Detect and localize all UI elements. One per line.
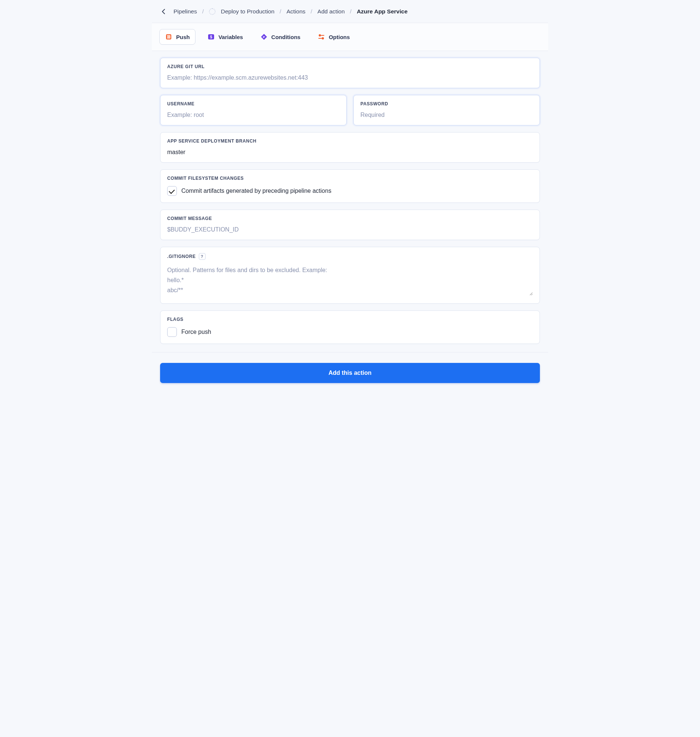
breadcrumb-item-actions[interactable]: Actions [286, 8, 305, 15]
field-username: USERNAME [160, 95, 347, 125]
breadcrumb-item-add-action[interactable]: Add action [318, 8, 345, 15]
tab-label: Push [176, 34, 190, 40]
commit-message-input[interactable] [167, 226, 533, 233]
tab-options[interactable]: Options [312, 29, 355, 44]
breadcrumb-item-deploy[interactable]: Deploy to Production [221, 8, 274, 15]
spinner-icon [209, 8, 216, 15]
svg-point-9 [322, 37, 324, 40]
breadcrumb-separator: / [310, 8, 312, 15]
breadcrumb-separator: / [350, 8, 351, 15]
help-icon[interactable]: ? [199, 253, 206, 260]
breadcrumb: Pipelines / Deploy to Production / Actio… [152, 0, 548, 23]
variables-icon: $ [207, 33, 215, 41]
password-input[interactable] [360, 112, 533, 118]
breadcrumb-separator: / [202, 8, 204, 15]
chevron-left-icon [162, 9, 166, 14]
field-label: COMMIT MESSAGE [167, 216, 533, 221]
footer: Add this action [152, 352, 548, 394]
add-action-button[interactable]: Add this action [160, 363, 540, 383]
checkbox-label: Force push [181, 329, 211, 335]
options-icon [318, 33, 325, 41]
breadcrumb-item-pipelines[interactable]: Pipelines [174, 8, 197, 15]
force-push-checkbox[interactable] [167, 327, 177, 337]
svg-rect-10 [318, 38, 322, 39]
form: AZURE GIT URL USERNAME PASSWORD APP SERV… [152, 51, 548, 352]
tabs: Push $ Variables IF Conditions [152, 23, 548, 51]
commit-fs-checkbox[interactable] [167, 186, 177, 196]
field-label: PASSWORD [360, 101, 533, 106]
field-commit-message: COMMIT MESSAGE [160, 210, 540, 240]
azure-git-url-input[interactable] [167, 75, 533, 81]
field-label: APP SERVICE DEPLOYMENT BRANCH [167, 138, 533, 144]
field-label: COMMIT FILESYSTEM CHANGES [167, 176, 533, 181]
breadcrumb-separator: / [279, 8, 281, 15]
field-label: USERNAME [167, 101, 340, 106]
deployment-branch-input[interactable] [167, 149, 533, 156]
field-label: FLAGS [167, 317, 533, 322]
back-button[interactable] [159, 7, 168, 16]
field-label-text: .GITIGNORE [167, 254, 196, 259]
tab-push[interactable]: Push [159, 29, 196, 45]
tab-label: Options [329, 34, 350, 40]
push-icon [165, 33, 172, 41]
field-label: AZURE GIT URL [167, 64, 533, 69]
svg-rect-1 [167, 35, 171, 39]
tab-label: Variables [219, 34, 243, 40]
field-gitignore: .GITIGNORE ? [160, 247, 540, 304]
tab-variables[interactable]: $ Variables [202, 29, 249, 44]
tab-conditions[interactable]: IF Conditions [255, 29, 306, 44]
field-flags: FLAGS Force push [160, 310, 540, 344]
field-azure-git-url: AZURE GIT URL [160, 58, 540, 88]
field-label: .GITIGNORE ? [167, 253, 533, 260]
username-input[interactable] [167, 112, 340, 118]
breadcrumb-item-current: Azure App Service [357, 8, 407, 15]
svg-text:IF: IF [263, 36, 265, 38]
conditions-icon: IF [260, 33, 268, 41]
gitignore-textarea[interactable] [167, 265, 533, 295]
field-deployment-branch: APP SERVICE DEPLOYMENT BRANCH [160, 132, 540, 163]
field-password: PASSWORD [353, 95, 540, 125]
checkbox-label: Commit artifacts generated by preceding … [181, 188, 331, 194]
tab-label: Conditions [271, 34, 300, 40]
svg-rect-8 [321, 35, 324, 36]
svg-rect-2 [166, 36, 167, 38]
svg-text:$: $ [210, 35, 212, 39]
field-commit-fs-changes: COMMIT FILESYSTEM CHANGES Commit artifac… [160, 169, 540, 203]
svg-point-7 [319, 34, 321, 37]
